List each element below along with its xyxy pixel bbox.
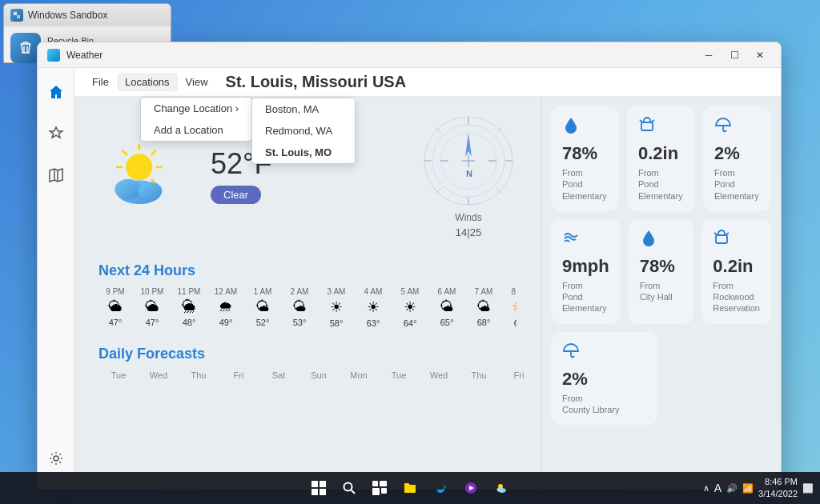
locations-dropdown: Change Location › Boston, MA Redmond, WA… [140,97,252,142]
taskbar: ∧ A 🔊 📶 8:46 PM 3/14/2022 ⬜ [0,472,820,504]
svg-line-8 [123,150,127,154]
minimize-button[interactable]: ─ [697,44,720,66]
svg-rect-47 [380,481,387,486]
svg-point-14 [139,182,163,199]
widget-icon [640,229,683,251]
daily-day-label: Fri [499,370,539,380]
location-stlouis[interactable]: St. Louis, MO [252,142,355,163]
sandbox-app-icon [10,9,23,22]
close-button[interactable]: ✕ [749,44,771,66]
widget-value: 9mph [562,256,609,277]
widget-icon [562,342,646,364]
sidebar-item-home[interactable] [42,78,70,106]
svg-rect-1 [17,15,20,18]
hourly-item: 12 AM 🌧 49° [209,287,243,328]
location-submenu: Boston, MA Redmond, WA St. Louis, MO [251,98,356,164]
hourly-section: Next 24 Hours 9 PM 🌥 47° 10 PM 🌥 47° 11 … [98,262,517,331]
svg-rect-42 [312,489,318,495]
svg-rect-49 [381,488,387,494]
clock[interactable]: 8:46 PM 3/14/2022 [758,476,798,501]
sidebar-item-settings[interactable] [42,444,70,473]
menu-locations[interactable]: Locations [117,73,178,91]
svg-rect-46 [372,481,378,486]
daily-section: Daily Forecasts TueWedThuFriSatSunMonTue… [98,346,517,380]
maximize-button[interactable]: ☐ [723,44,746,66]
clock-date: 3/14/2022 [758,488,798,500]
menu-view[interactable]: View [178,73,216,91]
svg-rect-36 [716,235,727,243]
hourly-scroll[interactable]: 9 PM 🌥 47° 10 PM 🌥 47° 11 PM 🌦 48° 12 AM… [98,287,517,331]
widget-icon [714,116,760,138]
weather-widget-umbrella-pond: 2% From Pond Elementary [703,106,771,211]
weather-icon-main [98,140,195,212]
svg-rect-40 [312,481,318,487]
location-redmond[interactable]: Redmond, WA [252,120,355,142]
tray-arrow[interactable]: ∧ [703,483,709,494]
widget-value: 0.2in [713,256,760,277]
menu-bar: File Locations View St. Louis, Missouri … [74,68,781,97]
svg-point-54 [497,488,503,492]
location-title: St. Louis, Missouri USA [226,73,407,91]
widget-icon [638,116,684,138]
widget-icon [562,116,608,138]
winds-label: Winds [455,212,481,223]
menu-file[interactable]: File [84,73,117,91]
weather-widget-humidity-pond: 78% From Pond Elementary [551,106,619,211]
daily-day-label: Thu [179,370,219,380]
taskbar-weather-button[interactable] [490,477,512,499]
svg-rect-41 [320,481,326,487]
widget-row-2: 9mph From Pond Elementary 78% From City … [551,219,771,324]
condition-badge: Clear [211,186,261,204]
svg-rect-0 [14,12,17,15]
svg-line-33 [640,120,643,122]
svg-point-2 [54,456,58,461]
taskbar-task-view-button[interactable] [368,477,391,499]
weather-widget-wind-pond: 9mph From Pond Elementary [551,219,621,324]
taskbar-edge-button[interactable] [429,477,452,499]
location-boston[interactable]: Boston, MA [252,98,355,120]
change-location-item[interactable]: Change Location › Boston, MA Redmond, WA… [141,98,251,119]
tray-notification[interactable]: ⬜ [802,483,814,494]
weather-window-title: Weather [66,50,102,61]
widget-label: From Pond Elementary [638,167,684,202]
widget-label: From Pond Elementary [562,167,608,202]
daily-day-label: Wed [139,370,179,380]
taskbar-start-button[interactable] [308,477,330,499]
content-area: 52°F Clear [74,97,781,489]
widget-label: From County Library [562,393,646,416]
hourly-item: 1 AM 🌤 52° [246,287,279,328]
widget-value: 78% [562,143,608,164]
widget-icon [562,229,609,251]
taskbar-media-button[interactable] [460,477,482,499]
weather-widget-umbrella-library: 2% From County Library [551,332,657,426]
hourly-title: Next 24 Hours [98,262,517,279]
daily-day-label: Sun [299,370,339,380]
sidebar-item-favorites[interactable] [42,119,70,148]
svg-point-13 [115,178,141,199]
sidebar [38,68,74,489]
widget-label: From City Hall [640,280,683,303]
widget-row-3: 2% From County Library [551,332,771,426]
clock-time: 8:46 PM [758,476,798,488]
taskbar-files-button[interactable] [399,477,421,499]
sidebar-item-map[interactable] [42,161,70,190]
hourly-item: 9 PM 🌥 47° [98,287,132,328]
svg-point-44 [344,483,352,491]
widget-value: 78% [640,256,683,277]
hourly-item: 8 AM ⛅ 68° [504,287,517,328]
taskbar-search-button[interactable] [338,477,360,499]
tray-network[interactable]: 📶 [742,483,754,494]
add-location-item[interactable]: Add a Location [141,119,251,141]
weather-app-icon [47,49,60,62]
daily-day-label: Wed [419,370,459,380]
weather-widget-humidity-city: 78% From City Hall [629,219,694,324]
widget-row-1: 78% From Pond Elementary 0.2in From Pond… [551,106,771,211]
svg-line-45 [352,490,356,494]
sandbox-title: Windows Sandbox [28,10,107,21]
weather-window: Weather ─ ☐ ✕ [37,42,782,490]
tray-speaker[interactable]: 🔊 [726,483,738,494]
svg-line-37 [714,233,718,235]
widget-label: From Pond Elementary [714,167,760,202]
hourly-item: 4 AM ☀ 63° [356,287,390,328]
widgets-panel: 78% From Pond Elementary 0.2in From Pond… [541,97,781,489]
